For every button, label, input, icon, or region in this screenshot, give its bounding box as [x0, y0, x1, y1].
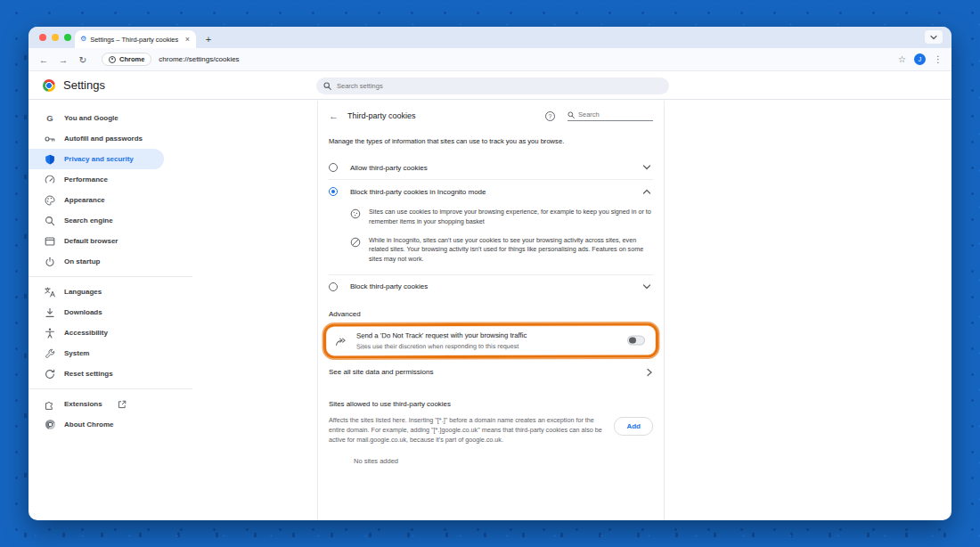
- sidebar-item-search-engine[interactable]: Search engine: [29, 210, 164, 231]
- sidebar-item-default-browser[interactable]: Default browser: [29, 231, 164, 251]
- sidebar-item-accessibility[interactable]: Accessibility: [29, 322, 164, 343]
- sidebar-item-label: About Chrome: [64, 420, 114, 429]
- bookmark-star-icon[interactable]: ☆: [898, 54, 906, 64]
- sidebar-item-label: Reset settings: [64, 370, 113, 378]
- sidebar-item-label: Appearance: [64, 196, 105, 204]
- dnt-toggle-off[interactable]: [627, 336, 645, 346]
- tab-strip: ⚙ Settings – Third-party cookies × +: [29, 27, 951, 48]
- new-tab-button[interactable]: +: [201, 32, 216, 46]
- chrome-outline-icon: [45, 420, 55, 430]
- sidebar-item-downloads[interactable]: Downloads: [29, 302, 164, 322]
- help-icon[interactable]: ?: [545, 111, 555, 121]
- incognito-detail-cookies: Sites can use cookies to improve your br…: [329, 203, 653, 232]
- wrench-icon: [45, 348, 55, 359]
- cookie-icon: [350, 208, 361, 219]
- advanced-section-label: Advanced: [329, 310, 653, 318]
- blocked-icon: [350, 237, 361, 248]
- sidebar-item-label: You and Google: [64, 114, 118, 122]
- sidebar-item-label: Privacy and security: [64, 155, 134, 163]
- search-icon: [45, 216, 55, 226]
- sidebar-item-label: System: [64, 349, 89, 357]
- profile-avatar[interactable]: J: [914, 53, 926, 65]
- active-tab[interactable]: ⚙ Settings – Third-party cookies ×: [75, 30, 196, 48]
- sidebar-item-on-startup[interactable]: On startup: [29, 251, 164, 272]
- key-icon: [45, 134, 55, 144]
- inpage-search-input[interactable]: [578, 110, 653, 118]
- shield-icon: [45, 154, 55, 165]
- chevron-right-icon: [646, 368, 653, 377]
- tab-search-button[interactable]: [925, 30, 943, 44]
- option-block-third-party-cookies[interactable]: Block third-party cookies: [329, 275, 653, 298]
- sidebar-item-autofill[interactable]: Autofill and passwords: [29, 128, 164, 149]
- reset-arrow-icon: [45, 369, 55, 380]
- sidebar-divider: [29, 388, 192, 389]
- settings-gear-icon: ⚙: [80, 36, 86, 43]
- sidebar-item-label: Accessibility: [64, 329, 108, 337]
- back-button[interactable]: ←: [37, 54, 50, 65]
- reload-button[interactable]: ↻: [77, 54, 89, 65]
- chrome-logo-icon: [43, 79, 55, 92]
- search-icon: [568, 111, 575, 118]
- site-chip-label: Chrome: [119, 55, 144, 63]
- site-info-chip[interactable]: Chrome: [102, 53, 151, 66]
- page-header: ← Third-party cookies ?: [329, 101, 653, 131]
- sidebar-item-you-and-google[interactable]: G You and Google: [29, 108, 164, 128]
- sidebar-item-performance[interactable]: Performance: [29, 169, 164, 190]
- chrome-badge-icon: [109, 56, 116, 63]
- close-window-button[interactable]: [39, 34, 46, 41]
- browser-toolbar: ← → ↻ Chrome chrome://settings/cookies ☆…: [29, 48, 951, 71]
- see-all-site-data-row[interactable]: See all site data and permissions: [329, 360, 653, 385]
- sidebar-item-label: Performance: [64, 176, 108, 184]
- radio-button-unselected[interactable]: [329, 163, 338, 172]
- settings-sidebar: G You and Google Autofill and passwords …: [29, 101, 207, 435]
- page-intro: Manage the types of information that sit…: [329, 137, 653, 145]
- search-icon: [323, 82, 331, 90]
- sidebar-item-about-chrome[interactable]: About Chrome: [29, 414, 164, 435]
- sites-allowed-block: Affects the sites listed here. Inserting…: [329, 415, 653, 445]
- download-icon: [45, 307, 55, 318]
- option-label: Block third-party cookies: [350, 282, 630, 290]
- accessibility-person-icon: [45, 328, 55, 339]
- back-arrow-button[interactable]: ←: [329, 110, 339, 121]
- sidebar-item-system[interactable]: System: [29, 343, 164, 363]
- no-sites-added-label: No sites added: [354, 457, 653, 465]
- sidebar-item-languages[interactable]: Languages: [29, 282, 164, 302]
- sidebar-item-appearance[interactable]: Appearance: [29, 190, 164, 210]
- radio-button-selected[interactable]: [329, 187, 338, 196]
- inpage-search-box[interactable]: [568, 110, 653, 121]
- tab-title: Settings – Third-party cookies: [90, 36, 181, 44]
- radio-button-unselected[interactable]: [329, 282, 338, 291]
- page-title: Third-party cookies: [347, 111, 536, 120]
- sites-allowed-heading: Sites allowed to use third-party cookies: [329, 400, 653, 408]
- chevron-up-icon[interactable]: [642, 188, 651, 195]
- do-not-track-icon: [335, 336, 347, 347]
- option-block-incognito[interactable]: Block third-party cookies in Incognito m…: [329, 180, 653, 203]
- sidebar-item-reset-settings[interactable]: Reset settings: [29, 363, 164, 384]
- tab-close-icon[interactable]: ×: [184, 35, 191, 44]
- option-label: Allow third-party cookies: [350, 164, 630, 172]
- external-link-icon: [117, 399, 127, 410]
- maximize-window-button[interactable]: [64, 34, 71, 41]
- browser-menu-icon[interactable]: ⋮: [934, 54, 943, 64]
- chevron-down-icon[interactable]: [642, 283, 651, 290]
- palette-icon: [45, 195, 55, 206]
- toggle-knob: [629, 337, 636, 344]
- sidebar-item-extensions[interactable]: Extensions: [29, 394, 164, 414]
- option-allow-third-party-cookies[interactable]: Allow third-party cookies: [329, 156, 653, 179]
- minimize-window-button[interactable]: [52, 34, 59, 41]
- dnt-title: Send a 'Do Not Track' request with your …: [356, 331, 618, 340]
- do-not-track-row-highlighted[interactable]: Send a 'Do Not Track' request with your …: [323, 322, 658, 358]
- address-bar[interactable]: chrome://settings/cookies: [159, 55, 891, 63]
- sidebar-item-label: Autofill and passwords: [64, 135, 143, 143]
- settings-search-box[interactable]: [316, 78, 669, 94]
- puzzle-icon: [45, 399, 55, 410]
- google-g-icon: G: [45, 113, 55, 124]
- sidebar-item-privacy-and-security[interactable]: Privacy and security: [29, 149, 164, 169]
- chevron-down-icon[interactable]: [642, 164, 651, 171]
- add-site-button[interactable]: Add: [614, 417, 653, 436]
- window-controls[interactable]: [39, 34, 71, 41]
- sidebar-item-label: On startup: [64, 257, 100, 265]
- forward-button[interactable]: →: [57, 54, 69, 65]
- settings-search-input[interactable]: [337, 82, 662, 90]
- power-icon: [45, 257, 55, 267]
